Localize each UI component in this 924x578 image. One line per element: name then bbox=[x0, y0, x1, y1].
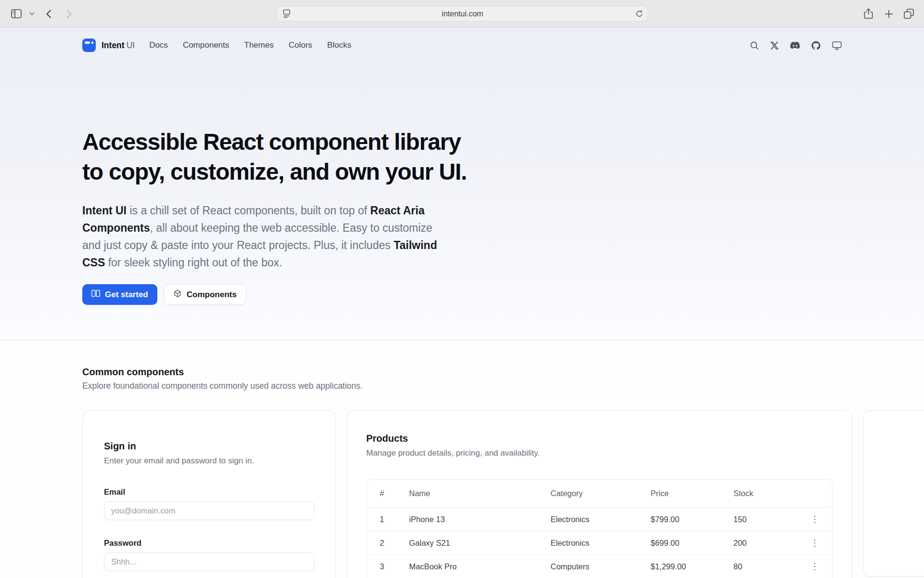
section-subtitle: Explore foundational components commonly… bbox=[82, 381, 842, 391]
cell-stock: 150 bbox=[733, 508, 791, 531]
table-row[interactable]: 3 MacBook Pro Computers $1,299.00 80 ⋮ bbox=[367, 555, 833, 578]
github-icon[interactable] bbox=[811, 41, 821, 50]
row-menu-icon[interactable]: ⋮ bbox=[808, 514, 822, 525]
products-title: Products bbox=[366, 433, 833, 444]
get-started-button[interactable]: Get started bbox=[82, 284, 157, 305]
products-table: # Name Category Price Stock 1 i bbox=[366, 479, 833, 578]
cell-price: $699.00 bbox=[651, 531, 733, 555]
cell-num: 3 bbox=[367, 555, 409, 578]
brand-link[interactable]: IntentUI bbox=[82, 39, 135, 52]
address-bar[interactable]: intentui.com bbox=[277, 6, 648, 22]
nav-docs[interactable]: Docs bbox=[149, 40, 168, 50]
email-label: Email bbox=[104, 487, 314, 497]
hero-title: Accessible React component library to co… bbox=[82, 127, 842, 187]
products-subtitle: Manage product details, pricing, and ava… bbox=[366, 448, 833, 458]
col-name: Name bbox=[409, 480, 551, 508]
reader-page-icon[interactable] bbox=[282, 9, 291, 18]
cube-icon bbox=[173, 289, 182, 301]
hero-section: Accessible React component library to co… bbox=[82, 63, 842, 340]
discord-icon[interactable] bbox=[790, 41, 800, 49]
browser-toolbar: intentui.com bbox=[0, 0, 924, 27]
nav-components[interactable]: Components bbox=[183, 40, 229, 50]
back-button[interactable] bbox=[42, 0, 55, 27]
components-button[interactable]: Components bbox=[164, 284, 246, 305]
products-card: Products Manage product details, pricing… bbox=[346, 410, 852, 578]
cell-name: iPhone 13 bbox=[409, 508, 551, 531]
sidebar-chevron-down-icon[interactable] bbox=[27, 0, 37, 27]
cell-name: Galaxy S21 bbox=[409, 531, 551, 555]
nav-colors[interactable]: Colors bbox=[289, 40, 312, 50]
main-nav: Docs Components Themes Colors Blocks bbox=[149, 40, 351, 50]
hero-description: Intent UI is a chill set of React compon… bbox=[82, 202, 441, 271]
col-stock: Stock bbox=[733, 480, 791, 508]
table-row[interactable]: 1 iPhone 13 Electronics $799.00 150 ⋮ bbox=[367, 508, 833, 531]
theme-monitor-icon[interactable] bbox=[832, 41, 842, 50]
intent-ui-logo bbox=[82, 39, 96, 52]
web-page: IntentUI Docs Components Themes Colors B… bbox=[0, 27, 924, 578]
password-label: Password bbox=[104, 539, 314, 548]
share-icon[interactable] bbox=[861, 0, 875, 27]
sidebar-toggle-icon[interactable] bbox=[10, 0, 23, 27]
cell-category: Electronics bbox=[551, 508, 651, 531]
search-icon[interactable] bbox=[750, 41, 759, 50]
table-row[interactable]: 2 Galaxy S21 Electronics $699.00 200 ⋮ bbox=[367, 531, 833, 555]
signin-title: Sign in bbox=[104, 441, 314, 452]
row-menu-icon[interactable]: ⋮ bbox=[808, 538, 822, 548]
col-num: # bbox=[367, 480, 409, 508]
row-menu-icon[interactable]: ⋮ bbox=[808, 561, 822, 572]
toolbar-divider bbox=[24, 8, 25, 20]
site-header: IntentUI Docs Components Themes Colors B… bbox=[82, 27, 842, 63]
nav-blocks[interactable]: Blocks bbox=[327, 40, 351, 50]
cell-stock: 200 bbox=[733, 531, 791, 555]
cell-num: 2 bbox=[367, 531, 409, 555]
col-category: Category bbox=[551, 480, 651, 508]
cell-num: 1 bbox=[367, 508, 409, 531]
url-text: intentui.com bbox=[277, 10, 648, 18]
new-tab-icon[interactable] bbox=[882, 0, 896, 27]
signin-subtitle: Enter your email and password to sign in… bbox=[104, 456, 314, 466]
next-card-partial bbox=[863, 410, 924, 577]
brand-name: IntentUI bbox=[102, 40, 135, 51]
cell-stock: 80 bbox=[733, 555, 791, 578]
reload-icon[interactable] bbox=[635, 9, 643, 18]
col-menu bbox=[791, 480, 833, 508]
tab-overview-icon[interactable] bbox=[901, 0, 916, 27]
signin-card: Sign in Enter your email and password to… bbox=[82, 410, 336, 578]
email-field[interactable] bbox=[104, 501, 314, 520]
table-header-row: # Name Category Price Stock bbox=[367, 480, 833, 508]
forward-button[interactable] bbox=[63, 0, 75, 27]
book-icon bbox=[91, 289, 100, 300]
cell-price: $1,299.00 bbox=[651, 555, 733, 578]
x-twitter-icon[interactable] bbox=[770, 41, 779, 50]
cell-category: Computers bbox=[551, 555, 651, 578]
section-title: Common components bbox=[82, 367, 842, 378]
password-field[interactable] bbox=[104, 552, 314, 571]
common-components-section: Common components Explore foundational c… bbox=[82, 341, 842, 391]
cell-price: $799.00 bbox=[651, 508, 733, 531]
cell-category: Electronics bbox=[551, 531, 651, 555]
cell-name: MacBook Pro bbox=[409, 555, 551, 578]
col-price: Price bbox=[651, 480, 733, 508]
nav-themes[interactable]: Themes bbox=[244, 40, 273, 50]
